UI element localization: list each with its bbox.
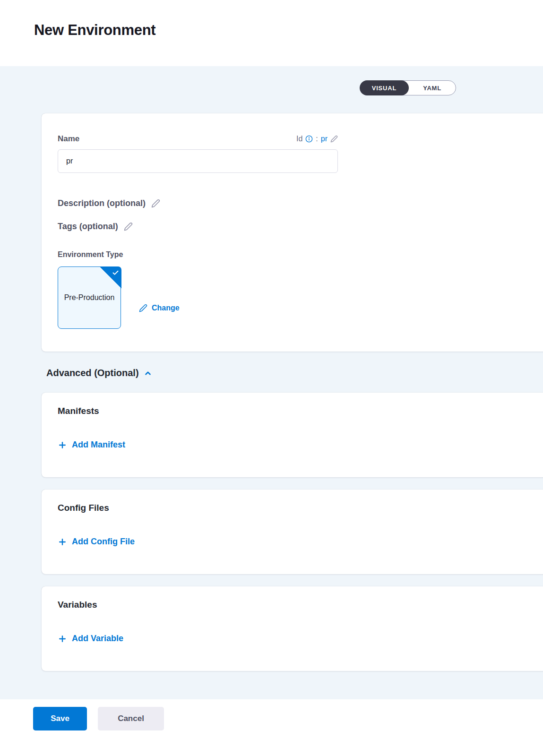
add-config-file-button[interactable]: Add Config File <box>58 537 135 547</box>
variables-card: Variables Add Variable <box>42 586 543 671</box>
page-header: New Environment <box>0 0 543 66</box>
change-environment-type-button[interactable]: Change <box>139 287 180 329</box>
add-variable-label: Add Variable <box>72 634 123 644</box>
edit-tags-icon[interactable] <box>124 222 133 231</box>
selected-corner-fold <box>100 266 121 288</box>
config-files-card: Config Files Add Config File <box>42 490 543 574</box>
change-label: Change <box>152 304 180 312</box>
name-label: Name <box>58 134 79 144</box>
pencil-icon <box>139 304 147 312</box>
environment-details-card: Name Id : pr <box>42 113 543 352</box>
check-icon <box>112 269 119 276</box>
add-config-file-label: Add Config File <box>72 537 135 547</box>
cancel-button[interactable]: Cancel <box>98 707 164 730</box>
name-input[interactable] <box>58 149 338 173</box>
plus-icon <box>58 440 67 450</box>
environment-type-tile-pre-production[interactable]: Pre-Production <box>58 266 121 329</box>
id-value: pr <box>321 135 328 143</box>
environment-type-row: Pre-Production Change <box>58 266 534 329</box>
info-icon[interactable] <box>305 135 313 143</box>
add-manifest-button[interactable]: Add Manifest <box>58 440 125 450</box>
tab-visual[interactable]: VISUAL <box>360 80 409 95</box>
tags-label: Tags (optional) <box>58 222 118 232</box>
tab-yaml[interactable]: YAML <box>409 80 456 95</box>
description-label: Description (optional) <box>58 198 146 208</box>
plus-icon <box>58 537 67 547</box>
view-toggle-row: VISUAL YAML <box>0 66 543 95</box>
plus-icon <box>58 634 67 644</box>
edit-id-icon[interactable] <box>330 135 338 143</box>
manifests-card: Manifests Add Manifest <box>42 393 543 477</box>
variables-title: Variables <box>58 600 536 610</box>
environment-form-section: VISUAL YAML Name Id : pr <box>0 66 543 699</box>
add-variable-button[interactable]: Add Variable <box>58 634 123 644</box>
description-row: Description (optional) <box>58 198 534 208</box>
chevron-up-icon <box>144 369 152 378</box>
id-label: Id <box>296 135 302 143</box>
page-title: New Environment <box>0 0 543 39</box>
footer-actions: Save Cancel <box>0 699 543 756</box>
tags-row: Tags (optional) <box>58 222 534 232</box>
visual-yaml-toggle: VISUAL YAML <box>360 80 456 95</box>
add-manifest-label: Add Manifest <box>72 440 125 450</box>
save-button[interactable]: Save <box>33 707 87 730</box>
edit-description-icon[interactable] <box>151 199 160 208</box>
advanced-label: Advanced (Optional) <box>46 368 139 378</box>
name-row: Name Id : pr <box>58 134 338 144</box>
manifests-title: Manifests <box>58 406 536 416</box>
advanced-optional-toggle[interactable]: Advanced (Optional) <box>46 368 152 378</box>
environment-type-label: Environment Type <box>58 250 534 259</box>
id-separator: : <box>316 135 318 143</box>
config-files-title: Config Files <box>58 503 536 513</box>
environment-type-value: Pre-Production <box>64 292 115 303</box>
id-line: Id : pr <box>296 135 338 143</box>
